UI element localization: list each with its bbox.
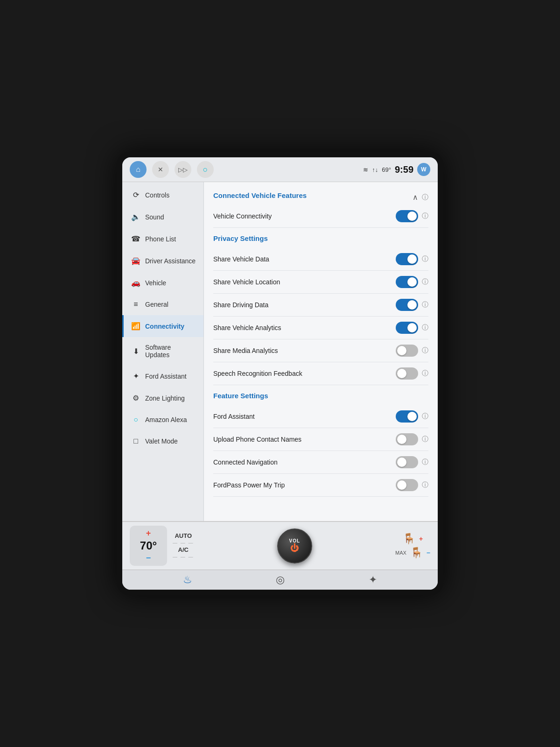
sidebar-label-connectivity: Connectivity bbox=[145, 323, 184, 330]
sidebar-item-general[interactable]: ≡ General bbox=[122, 294, 203, 315]
home-button[interactable]: ⌂ bbox=[130, 161, 147, 178]
right-climate-controls: 🪑 + MAX 🪑 − bbox=[395, 533, 430, 559]
connected-navigation-row: Connected Navigation ⓘ bbox=[213, 451, 428, 474]
sidebar-item-sound[interactable]: 🔈 Sound bbox=[122, 206, 203, 228]
ford-assistant-info-icon[interactable]: ⓘ bbox=[422, 412, 428, 421]
general-icon: ≡ bbox=[131, 300, 140, 309]
share-driving-data-row: Share Driving Data ⓘ bbox=[213, 294, 428, 317]
connected-info-icon[interactable]: ⓘ bbox=[422, 193, 428, 202]
steering-wheel-icon[interactable]: ◎ bbox=[276, 574, 285, 586]
temp-increase-button[interactable]: + bbox=[146, 529, 151, 538]
upload-phone-contacts-info-icon[interactable]: ⓘ bbox=[422, 435, 428, 444]
device-frame: ⌂ ✕ ▷▷ ○ ≋ ↑↓ 69° 9:59 W bbox=[117, 152, 443, 595]
vehicle-connectivity-label: Vehicle Connectivity bbox=[213, 212, 392, 220]
connectivity-icon: 📶 bbox=[131, 322, 140, 331]
sidebar-label-ford-assistant: Ford Assistant bbox=[145, 373, 187, 380]
vehicle-connectivity-row: Vehicle Connectivity ⓘ bbox=[213, 205, 428, 228]
seat-heat-icon[interactable]: 🪑 bbox=[403, 533, 415, 545]
share-vehicle-analytics-info-icon[interactable]: ⓘ bbox=[422, 324, 428, 332]
sidebar-label-zone-lighting: Zone Lighting bbox=[145, 395, 185, 402]
seat-heat-bottom-icon[interactable]: ♨ bbox=[183, 574, 192, 586]
right-temp-increase-button[interactable]: + bbox=[419, 535, 423, 543]
share-vehicle-location-toggle[interactable] bbox=[396, 276, 418, 288]
sidebar-label-general: General bbox=[145, 301, 168, 308]
left-temp-display: 70° bbox=[140, 539, 157, 552]
main-area: ⟳ Controls 🔈 Sound ☎ Phone List 🚘 Driver… bbox=[122, 182, 438, 521]
share-vehicle-location-info-icon[interactable]: ⓘ bbox=[422, 278, 428, 286]
vehicle-connectivity-toggle[interactable] bbox=[396, 210, 418, 222]
sidebar-label-sound: Sound bbox=[145, 213, 164, 221]
upload-phone-contacts-row: Upload Phone Contact Names ⓘ bbox=[213, 428, 428, 451]
sidebar-item-driver-assistance[interactable]: 🚘 Driver Assistance bbox=[122, 250, 203, 272]
sidebar-item-amazon-alexa[interactable]: ○ Amazon Alexa bbox=[122, 409, 203, 430]
temp-decrease-button[interactable]: − bbox=[146, 553, 151, 563]
share-vehicle-data-row: Share Vehicle Data ⓘ bbox=[213, 248, 428, 271]
volume-knob[interactable]: VOL ⏻ bbox=[277, 529, 312, 564]
close-button[interactable]: ✕ bbox=[152, 161, 169, 178]
sidebar: ⟳ Controls 🔈 Sound ☎ Phone List 🚘 Driver… bbox=[122, 182, 204, 521]
amazon-alexa-icon: ○ bbox=[131, 416, 140, 424]
right-temp-decrease-button[interactable]: − bbox=[427, 549, 430, 557]
share-driving-data-info-icon[interactable]: ⓘ bbox=[422, 301, 428, 309]
zone-lighting-icon: ⚙ bbox=[131, 394, 140, 402]
speech-recognition-feedback-info-icon[interactable]: ⓘ bbox=[422, 369, 428, 378]
status-bar: ≋ ↑↓ 69° 9:59 W bbox=[363, 163, 430, 176]
ford-assistant-row: Ford Assistant ⓘ bbox=[213, 405, 428, 428]
ford-assistant-toggle[interactable] bbox=[396, 410, 418, 423]
sidebar-item-connectivity[interactable]: 📶 Connectivity bbox=[122, 315, 203, 337]
sidebar-item-ford-assistant[interactable]: ✦ Ford Assistant bbox=[122, 365, 203, 387]
share-media-analytics-info-icon[interactable]: ⓘ bbox=[422, 346, 428, 355]
sidebar-label-phone: Phone List bbox=[145, 235, 176, 243]
ford-assistant-label: Ford Assistant bbox=[213, 413, 392, 420]
share-vehicle-data-info-icon[interactable]: ⓘ bbox=[422, 255, 428, 263]
sidebar-item-zone-lighting[interactable]: ⚙ Zone Lighting bbox=[122, 387, 203, 409]
sound-icon: 🔈 bbox=[131, 212, 140, 221]
bottom-climate-bar: + 70° − AUTO — — — A/C — — — VOL ⏻ � bbox=[122, 521, 438, 570]
fordpass-power-toggle[interactable] bbox=[396, 479, 418, 491]
rear-seat-icon[interactable]: 🪑 bbox=[410, 547, 423, 559]
connected-navigation-toggle[interactable] bbox=[396, 456, 418, 468]
phone-icon: ☎ bbox=[131, 234, 140, 243]
fan-icon[interactable]: ✦ bbox=[369, 574, 377, 586]
temperature-display: 69° bbox=[382, 166, 391, 173]
power-icon: ⏻ bbox=[290, 543, 299, 553]
ford-assistant-icon: ✦ bbox=[131, 372, 140, 381]
share-vehicle-analytics-label: Share Vehicle Analytics bbox=[213, 324, 392, 331]
sidebar-item-controls[interactable]: ⟳ Controls bbox=[122, 184, 203, 206]
vehicle-connectivity-info-icon[interactable]: ⓘ bbox=[422, 212, 428, 220]
sidebar-item-valet-mode[interactable]: □ Valet Mode bbox=[122, 430, 203, 452]
share-driving-data-toggle[interactable] bbox=[396, 299, 418, 311]
share-vehicle-data-toggle[interactable] bbox=[396, 253, 418, 265]
fordpass-power-info-icon[interactable]: ⓘ bbox=[422, 481, 428, 489]
valet-mode-icon: □ bbox=[131, 437, 140, 445]
fordpass-power-row: FordPass Power My Trip ⓘ bbox=[213, 474, 428, 497]
sidebar-label-controls: Controls bbox=[145, 191, 169, 199]
auto-label: AUTO bbox=[175, 532, 192, 539]
top-nav-bar: ⌂ ✕ ▷▷ ○ ≋ ↑↓ 69° 9:59 W bbox=[122, 157, 438, 182]
sidebar-item-vehicle[interactable]: 🚗 Vehicle bbox=[122, 272, 203, 294]
collapse-chevron-icon[interactable]: ∧ bbox=[413, 193, 418, 202]
upload-phone-contacts-toggle[interactable] bbox=[396, 433, 418, 445]
sidebar-item-phone-list[interactable]: ☎ Phone List bbox=[122, 228, 203, 250]
speech-recognition-feedback-label: Speech Recognition Feedback bbox=[213, 370, 392, 377]
clock-display: 9:59 bbox=[395, 164, 413, 175]
connected-vehicle-header: Connected Vehicle Features ∧ ⓘ bbox=[213, 190, 428, 205]
sidebar-label-software: Software Updates bbox=[145, 344, 196, 359]
connected-navigation-info-icon[interactable]: ⓘ bbox=[422, 458, 428, 466]
climate-mode-display: AUTO — — — A/C — — — bbox=[173, 532, 194, 559]
speech-recognition-feedback-toggle[interactable] bbox=[396, 367, 418, 380]
share-vehicle-location-label: Share Vehicle Location bbox=[213, 278, 392, 286]
sidebar-item-software-updates[interactable]: ⬇ Software Updates bbox=[122, 337, 203, 365]
share-vehicle-analytics-row: Share Vehicle Analytics ⓘ bbox=[213, 317, 428, 339]
driver-assistance-icon: 🚘 bbox=[131, 256, 140, 265]
wifi-icon: ≋ bbox=[363, 166, 368, 173]
share-vehicle-analytics-toggle[interactable] bbox=[396, 322, 418, 334]
share-media-analytics-toggle[interactable] bbox=[396, 345, 418, 357]
screen: ⌂ ✕ ▷▷ ○ ≋ ↑↓ 69° 9:59 W bbox=[122, 157, 438, 590]
connected-navigation-label: Connected Navigation bbox=[213, 458, 392, 466]
media-button[interactable]: ▷▷ bbox=[175, 161, 191, 178]
share-media-analytics-label: Share Media Analytics bbox=[213, 347, 392, 354]
alexa-button[interactable]: ○ bbox=[197, 161, 214, 178]
share-media-analytics-row: Share Media Analytics ⓘ bbox=[213, 339, 428, 362]
user-avatar[interactable]: W bbox=[417, 163, 430, 176]
